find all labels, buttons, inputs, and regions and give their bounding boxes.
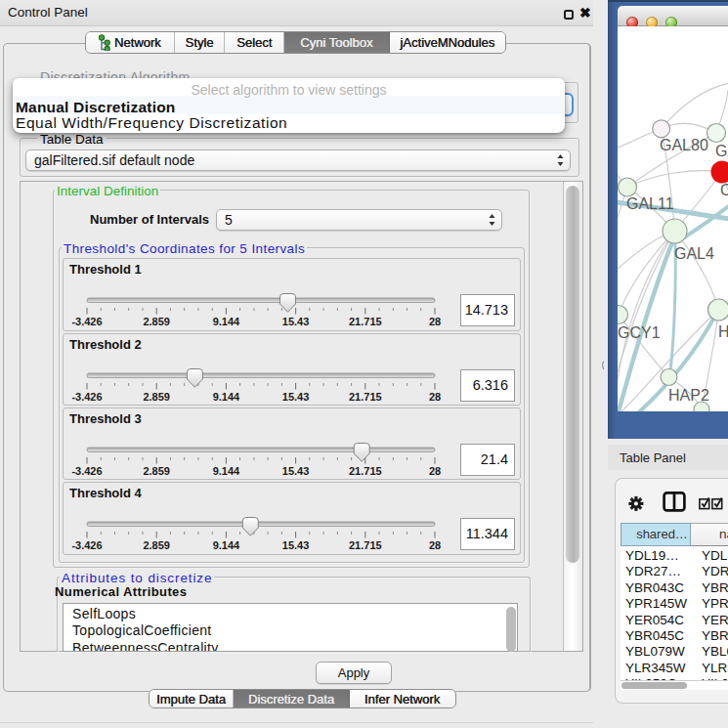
svg-text:9.144: 9.144	[213, 391, 240, 403]
svg-text:9.144: 9.144	[213, 316, 240, 327]
svg-text:21.715: 21.715	[349, 391, 382, 403]
svg-text:2.859: 2.859	[143, 539, 170, 551]
svg-text:15.43: 15.43	[282, 316, 310, 327]
svg-text:15.43: 15.43	[282, 539, 310, 551]
svg-text:9.144: 9.144	[213, 539, 240, 551]
svg-text:-3.426: -3.426	[71, 539, 102, 551]
svg-text:15.43: 15.43	[282, 465, 310, 477]
svg-text:21.715: 21.715	[349, 316, 382, 327]
svg-text:-3.426: -3.426	[71, 465, 102, 477]
svg-text:-3.426: -3.426	[71, 316, 102, 327]
svg-text:28: 28	[429, 539, 441, 551]
svg-text:21.715: 21.715	[349, 465, 382, 477]
svg-text:21.715: 21.715	[349, 539, 382, 551]
svg-text:28: 28	[429, 391, 441, 403]
svg-text:28: 28	[429, 316, 441, 327]
svg-text:2.859: 2.859	[143, 465, 170, 477]
svg-text:9.144: 9.144	[213, 465, 240, 477]
svg-text:15.43: 15.43	[282, 391, 310, 403]
svg-text:28: 28	[429, 465, 441, 477]
svg-text:2.859: 2.859	[143, 316, 170, 327]
svg-text:-3.426: -3.426	[71, 391, 102, 403]
svg-text:2.859: 2.859	[143, 391, 170, 403]
